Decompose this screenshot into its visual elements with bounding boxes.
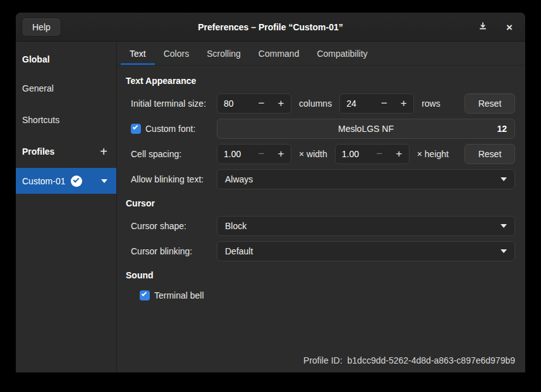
height-spacing-input[interactable]: 1.00: [336, 149, 370, 159]
minimize-icon: [478, 21, 488, 33]
custom-font-checkbox-group[interactable]: Custom font:: [131, 124, 217, 134]
cursor-shape-label: Cursor shape:: [131, 221, 217, 231]
rows-decrement-button[interactable]: −: [374, 94, 394, 113]
preferences-window: Help Preferences – Profile “Custom-01” ×: [16, 13, 525, 372]
columns-spinner: 80 − +: [217, 93, 291, 114]
cursor-shape-dropdown[interactable]: Block: [217, 216, 515, 236]
terminal-bell-label: Terminal bell: [154, 290, 204, 300]
cursor-shape-row: Cursor shape: Block: [131, 216, 515, 236]
cursor-blinking-value: Default: [225, 246, 501, 256]
headerbar: Help Preferences – Profile “Custom-01” ×: [16, 13, 525, 42]
text-tab-panel: Text Appearance Initial terminal size: 8…: [117, 66, 525, 372]
cursor-blinking-label: Cursor blinking:: [131, 246, 217, 256]
sidebar-header-profiles: Profiles +: [16, 145, 116, 158]
cursor-shape-value: Block: [225, 221, 501, 231]
sidebar-header-global: Global: [16, 53, 116, 66]
help-button[interactable]: Help: [21, 18, 61, 37]
rows-unit-label: rows: [422, 98, 441, 109]
tab-compatibility[interactable]: Compatibility: [308, 42, 376, 65]
width-unit-label: × width: [299, 149, 327, 159]
profiles-header-label: Profiles: [22, 145, 54, 158]
spacing-reset-button[interactable]: Reset: [465, 144, 515, 164]
font-picker-button[interactable]: MesloLGS NF 12: [217, 119, 515, 139]
chevron-down-icon[interactable]: [101, 179, 107, 183]
tab-strip: Text Colors Scrolling Command Compatibil…: [117, 42, 525, 66]
chevron-down-icon: [501, 177, 507, 181]
sidebar-item-shortcuts[interactable]: Shortcuts: [16, 114, 116, 126]
rows-value-input[interactable]: 24: [340, 98, 374, 109]
sidebar-item-custom-01[interactable]: Custom-01: [16, 168, 116, 194]
cursor-blinking-row: Cursor blinking: Default: [131, 241, 515, 261]
tab-colors[interactable]: Colors: [155, 42, 198, 65]
add-profile-button[interactable]: +: [100, 146, 107, 157]
height-increment-button[interactable]: +: [389, 145, 409, 163]
width-spacing-input[interactable]: 1.00: [217, 149, 252, 159]
content-area: Text Colors Scrolling Command Compatibil…: [117, 42, 525, 372]
checkmark-icon: [142, 291, 147, 296]
sidebar-item-general[interactable]: General: [16, 82, 116, 95]
height-spacing-spinner: 1.00 − +: [335, 144, 410, 164]
width-spacing-spinner: 1.00 − +: [217, 144, 291, 164]
rows-increment-button[interactable]: +: [394, 94, 413, 113]
cursor-blinking-dropdown[interactable]: Default: [217, 241, 515, 261]
tab-scrolling[interactable]: Scrolling: [198, 42, 250, 65]
section-header-text-appearance: Text Appearance: [126, 76, 515, 87]
section-header-cursor: Cursor: [126, 198, 515, 210]
blinking-text-label: Allow blinking text:: [131, 174, 217, 184]
screen-background: Help Preferences – Profile “Custom-01” ×: [0, 0, 541, 392]
blinking-text-dropdown[interactable]: Always: [217, 169, 515, 189]
sidebar: Global General Shortcuts Profiles + Cust…: [16, 42, 117, 372]
blinking-text-value: Always: [225, 174, 501, 184]
custom-font-label: Custom font:: [145, 124, 195, 134]
columns-value-input[interactable]: 80: [217, 98, 252, 109]
width-increment-button[interactable]: +: [271, 145, 291, 163]
custom-font-checkbox[interactable]: [131, 124, 141, 134]
profile-id-footer: Profile ID: b1dcc9dd-5262-4d8d-a863-c897…: [303, 355, 515, 365]
window-controls: ×: [475, 13, 518, 42]
rows-spinner: 24 − +: [339, 93, 414, 114]
terminal-bell-checkbox[interactable]: [140, 290, 150, 300]
height-decrement-button[interactable]: −: [370, 145, 389, 163]
selected-profile-label: Custom-01: [22, 176, 65, 186]
close-icon: ×: [506, 22, 513, 33]
profile-id-value: b1dcc9dd-5262-4d8d-a863-c897e6d979b9: [348, 355, 515, 365]
columns-decrement-button[interactable]: −: [252, 94, 271, 113]
height-unit-label: × height: [417, 149, 449, 159]
cell-spacing-row: Cell spacing: 1.00 − + × width 1.00 −: [131, 144, 515, 164]
font-size: 12: [497, 124, 507, 134]
window-title: Preferences – Profile “Custom-01”: [16, 22, 525, 32]
section-header-sound: Sound: [126, 270, 515, 282]
close-button[interactable]: ×: [501, 19, 518, 35]
size-reset-button[interactable]: Reset: [465, 93, 515, 114]
columns-unit-label: columns: [299, 98, 332, 109]
blinking-text-row: Allow blinking text: Always: [131, 169, 515, 189]
initial-terminal-size-label: Initial terminal size:: [131, 98, 217, 109]
tab-text[interactable]: Text: [121, 42, 155, 65]
minimize-button[interactable]: [475, 19, 491, 35]
font-name: MesloLGS NF: [338, 124, 394, 134]
chevron-down-icon: [501, 224, 507, 228]
checkmark-circle-icon: [71, 175, 82, 187]
columns-increment-button[interactable]: +: [271, 94, 291, 113]
chevron-down-icon: [501, 249, 507, 253]
cell-spacing-label: Cell spacing:: [131, 149, 217, 159]
checkmark-icon: [133, 124, 138, 129]
custom-font-row: Custom font: MesloLGS NF 12: [131, 119, 515, 139]
window-body: Global General Shortcuts Profiles + Cust…: [16, 42, 525, 372]
width-decrement-button[interactable]: −: [252, 145, 271, 163]
tab-command[interactable]: Command: [250, 42, 308, 65]
initial-terminal-size-row: Initial terminal size: 80 − + columns 24…: [131, 93, 515, 114]
terminal-bell-row[interactable]: Terminal bell: [140, 288, 515, 303]
profile-id-label: Profile ID:: [303, 355, 342, 365]
